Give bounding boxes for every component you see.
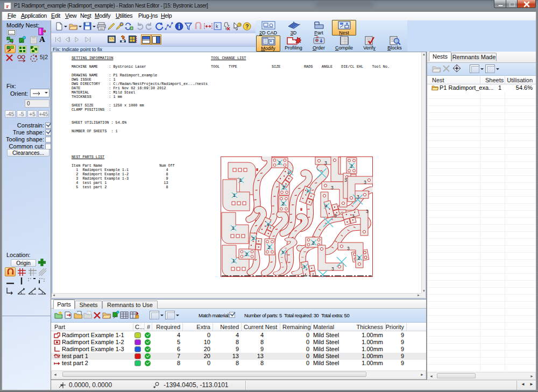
svg-text:5: 5 bbox=[252, 237, 254, 240]
svg-text:3: 3 bbox=[366, 209, 369, 214]
svg-text:3: 3 bbox=[352, 213, 355, 219]
svg-text:2: 2 bbox=[278, 160, 281, 166]
svg-text:1: 1 bbox=[232, 258, 235, 263]
svg-text:?: ? bbox=[245, 24, 249, 30]
svg-text:3: 3 bbox=[344, 177, 347, 183]
svg-text:3: 3 bbox=[347, 246, 350, 251]
svg-text:3: 3 bbox=[331, 266, 334, 272]
svg-text:1: 1 bbox=[233, 193, 236, 198]
svg-text:4: 4 bbox=[307, 189, 309, 193]
svg-text:2: 2 bbox=[282, 201, 285, 206]
svg-text:?: ? bbox=[239, 23, 241, 27]
svg-text:1: 1 bbox=[232, 225, 235, 231]
svg-text:3: 3 bbox=[331, 185, 334, 190]
svg-text:2: 2 bbox=[350, 163, 353, 169]
svg-text:4: 4 bbox=[267, 223, 269, 226]
svg-text:3: 3 bbox=[364, 180, 366, 185]
svg-text:5: 5 bbox=[303, 265, 306, 269]
svg-text:4: 4 bbox=[325, 204, 327, 208]
svg-text:3: 3 bbox=[357, 194, 359, 199]
svg-text:2: 2 bbox=[268, 245, 271, 250]
svg-text:1: 1 bbox=[239, 177, 242, 183]
svg-text:2: 2 bbox=[282, 185, 285, 190]
svg-text:2: 2 bbox=[245, 252, 248, 257]
svg-text:2: 2 bbox=[312, 240, 315, 246]
svg-text:k: k bbox=[216, 24, 218, 29]
svg-text:3: 3 bbox=[334, 213, 337, 218]
svg-text:5: 5 bbox=[282, 251, 284, 254]
svg-text:4: 4 bbox=[287, 171, 289, 175]
svg-text:3: 3 bbox=[324, 160, 327, 166]
svg-text:2: 2 bbox=[358, 255, 360, 261]
